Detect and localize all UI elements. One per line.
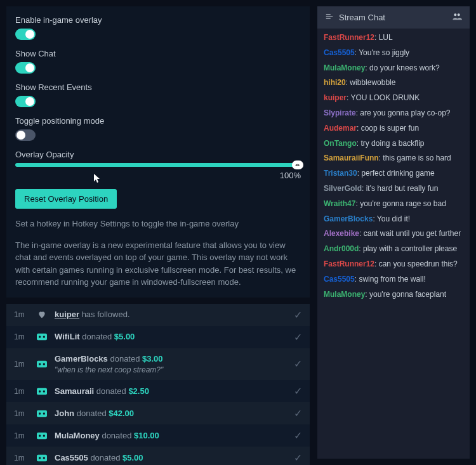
svg-point-22 xyxy=(458,13,460,16)
chat-username[interactable]: OnTango xyxy=(324,139,357,148)
checkmark-icon[interactable]: ✓ xyxy=(294,331,302,343)
svg-point-10 xyxy=(39,412,41,414)
event-action: donated xyxy=(80,332,114,341)
chat-username[interactable]: Slypirate xyxy=(324,108,356,117)
chat-username[interactable]: MulaMoney xyxy=(324,290,365,299)
event-user: MulaMoney xyxy=(55,431,100,440)
svg-point-13 xyxy=(39,435,41,436)
chat-username[interactable]: Cas5505 xyxy=(324,275,355,284)
setting-label: Show Chat xyxy=(15,49,301,58)
chat-text: : YOU LOOK DRUNK xyxy=(347,93,420,102)
event-row[interactable]: 1mSamauraii donated $2.50✓ xyxy=(6,380,310,402)
event-row[interactable]: 1mkuiper has followed.✓ xyxy=(6,304,310,326)
event-amount: $2.50 xyxy=(128,386,149,396)
event-user: John xyxy=(55,409,74,418)
chat-username[interactable]: kuiper xyxy=(324,93,347,102)
event-amount: $10.00 xyxy=(134,431,159,440)
event-amount: $42.00 xyxy=(109,409,134,418)
event-action: has followed. xyxy=(79,310,130,319)
chat-icon xyxy=(325,12,334,23)
viewers-icon[interactable] xyxy=(452,11,462,23)
hotkey-hint: Set a hotkey in Hotkey Settings to toggl… xyxy=(15,218,301,230)
chat-message: Alexebike: cant wait until you get furth… xyxy=(324,228,463,239)
checkmark-icon[interactable]: ✓ xyxy=(294,358,302,370)
svg-point-21 xyxy=(454,13,456,16)
event-row[interactable]: 1mJohn donated $42.00✓ xyxy=(6,402,310,424)
chat-username[interactable]: Alexebike xyxy=(324,229,359,238)
chat-username[interactable]: Audemar xyxy=(324,124,357,133)
checkmark-icon[interactable]: ✓ xyxy=(294,429,302,442)
event-time: 1m xyxy=(14,409,29,418)
chat-messages: FastRunner12: LULCas5505: You're so jigg… xyxy=(317,29,470,459)
event-row[interactable]: 1mGamerBlocks donated $3.00"when is the … xyxy=(6,348,310,381)
chat-username[interactable]: FastRunner12 xyxy=(324,259,374,268)
setting-toggle-positioning: Toggle positioning mode xyxy=(15,116,301,141)
svg-point-11 xyxy=(43,412,45,414)
chat-username[interactable]: MulaMoney xyxy=(324,63,365,72)
svg-rect-6 xyxy=(37,388,47,395)
event-user: kuiper xyxy=(55,310,79,319)
donation-icon xyxy=(37,386,47,396)
toggle-enable-overlay[interactable] xyxy=(15,29,36,40)
event-body: WifiLit donated $5.00 xyxy=(55,331,286,343)
feature-description: The in-game overlay is a new experimenta… xyxy=(15,239,301,289)
chat-username[interactable]: Cas5505 xyxy=(324,48,355,57)
donation-icon xyxy=(37,359,47,369)
svg-point-2 xyxy=(43,336,45,337)
svg-rect-15 xyxy=(37,455,47,462)
checkmark-icon[interactable]: ✓ xyxy=(294,309,302,321)
toggle-show-chat[interactable] xyxy=(15,62,36,74)
event-body: GamerBlocks donated $3.00"when is the ne… xyxy=(55,353,286,376)
event-user: GamerBlocks xyxy=(55,354,108,363)
event-row[interactable]: 1mCas5505 donated $5.00✓ xyxy=(6,447,310,465)
chat-message: kuiper: YOU LOOK DRUNK xyxy=(324,93,463,103)
event-action: donated xyxy=(100,431,134,440)
svg-point-14 xyxy=(43,435,45,436)
svg-rect-0 xyxy=(37,334,47,341)
donation-icon xyxy=(37,431,47,441)
toggle-show-events[interactable] xyxy=(15,96,36,107)
event-body: Samauraii donated $2.50 xyxy=(55,386,286,397)
setting-label: Show Recent Events xyxy=(15,82,301,92)
event-body: kuiper has followed. xyxy=(55,309,286,320)
chat-message: hihi20: wibblewobble xyxy=(324,77,463,88)
chat-username[interactable]: SamauraiiFunn xyxy=(324,154,379,162)
event-body: Cas5505 donated $5.00 xyxy=(55,452,286,464)
event-amount: $5.00 xyxy=(114,332,135,341)
event-row[interactable]: 1mMulaMoney donated $10.00✓ xyxy=(6,424,310,447)
chat-username[interactable]: GamerBlocks xyxy=(324,214,373,223)
chat-message: Audemar: coop is super fun xyxy=(324,123,463,134)
chat-username[interactable]: Wraith47 xyxy=(324,199,355,208)
chat-username[interactable]: SilverGold xyxy=(324,184,362,193)
recent-events-panel: 1mkuiper has followed.✓1mWifiLit donated… xyxy=(6,304,310,466)
opacity-value: 100% xyxy=(15,171,301,180)
svg-point-5 xyxy=(43,363,45,365)
chat-message: Slypirate: are you gonna play co-op? xyxy=(324,108,463,119)
setting-overlay-opacity: Overlay Opacity ◂▸ 100% xyxy=(15,150,301,180)
chat-message: Tristan30: perfect drinking game xyxy=(324,168,463,179)
chat-message: SamauraiiFunn: this game is so hard xyxy=(324,153,463,164)
checkmark-icon[interactable]: ✓ xyxy=(294,407,302,419)
setting-show-chat: Show Chat xyxy=(15,49,301,74)
chat-header: Stream Chat xyxy=(317,6,470,29)
checkmark-icon[interactable]: ✓ xyxy=(294,385,302,397)
chat-username[interactable]: Andr000d xyxy=(324,244,359,253)
reset-overlay-button[interactable]: Reset Overlay Position xyxy=(15,189,117,209)
event-amount: $3.00 xyxy=(142,354,163,363)
svg-point-16 xyxy=(39,457,41,459)
opacity-slider[interactable]: ◂▸ xyxy=(15,163,301,167)
svg-rect-9 xyxy=(37,410,47,417)
chat-username[interactable]: Tristan30 xyxy=(324,169,357,178)
event-row[interactable]: 1mWifiLit donated $5.00✓ xyxy=(6,326,310,348)
event-time: 1m xyxy=(14,332,29,341)
toggle-positioning-mode[interactable] xyxy=(15,129,36,141)
event-action: donated xyxy=(94,386,128,396)
checkmark-icon[interactable]: ✓ xyxy=(294,452,302,464)
setting-show-events: Show Recent Events xyxy=(15,82,301,107)
chat-username[interactable]: hihi20 xyxy=(324,78,346,87)
chat-username[interactable]: FastRunner12 xyxy=(324,33,374,42)
slider-thumb[interactable]: ◂▸ xyxy=(292,160,303,169)
svg-point-8 xyxy=(43,390,45,392)
event-time: 1m xyxy=(14,360,29,369)
chat-message: OnTango: try doing a backflip xyxy=(324,138,463,149)
